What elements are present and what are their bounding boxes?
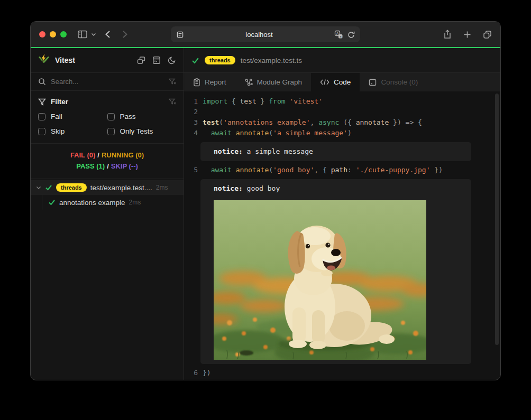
address-bar[interactable]: localhost A a [171,26,360,42]
code-text: await annotate('good boy', { path: './cu… [203,165,443,175]
annotation-image-cute-puppy [214,200,426,360]
line-number: 5 [184,165,198,175]
code-text: }) [203,368,211,378]
annotation-message: good boy [243,184,280,192]
cute-puppy-picture [214,200,426,360]
checkbox-box[interactable] [107,128,115,135]
tab-overview-icon[interactable] [483,30,492,39]
test-tree: threads test/example.test.... 2ms annota… [31,179,184,210]
test-duration: 2ms [129,199,141,206]
code-icon [320,79,329,86]
main-panel: threads test/example.test.ts Report [184,48,500,380]
code-line-3: 3test('annotations example', async ({ an… [184,117,500,128]
running-count: RUNNING (0) [102,151,144,159]
window-controls [39,31,67,38]
test-case-label: annotations example [59,199,125,207]
page-format-icon[interactable] [176,31,184,39]
code-line-1: 1import { test } from 'vitest' [184,96,500,107]
filter-funnel-icon [38,98,46,106]
annotation-notice: notice: good boy [200,179,471,364]
svg-text:A: A [336,32,339,35]
tab-bar: Report Module Graph [184,73,500,91]
zoom-button[interactable] [60,31,67,38]
checkbox-box[interactable] [38,113,45,120]
dashboard-icon[interactable] [152,56,161,64]
annotation-type-label: notice: [214,184,243,192]
pass-check-icon [45,184,52,191]
test-case-row[interactable]: annotations example 2ms [42,195,184,210]
sidebar-toggle-icon[interactable] [77,30,88,39]
skip-count: SKIP (--) [111,162,138,170]
tab-module-graph[interactable]: Module Graph [235,73,312,91]
share-icon[interactable] [443,30,452,39]
reload-icon[interactable] [347,31,355,39]
browser-toolbar: localhost A a [31,22,500,47]
vitest-logo-icon [38,53,50,67]
report-icon [193,78,200,87]
file-path: test/example.test.ts [241,57,302,64]
file-header: threads test/example.test.ts [184,48,500,73]
code-line-6: 6}) [184,368,500,378]
dark-mode-moon-icon[interactable] [168,56,176,64]
search-input[interactable] [51,78,164,86]
tab-report[interactable]: Report [184,73,235,91]
annotation-notice: notice: a simple message [200,142,471,161]
url-text: localhost [184,31,334,39]
search-bar [31,73,184,91]
close-button[interactable] [39,31,45,38]
code-text: await annotate('a simple message') [203,128,352,138]
clear-filter-icon[interactable] [169,98,176,105]
line-number: 3 [184,117,198,128]
filter-checkbox-pass[interactable]: Pass [107,113,177,120]
new-tab-plus-icon[interactable] [463,30,471,39]
filter-panel: Filter Fail Pass [31,91,184,144]
back-button[interactable] [105,30,111,39]
checkbox-box[interactable] [107,113,115,120]
pass-check-icon [191,57,199,64]
code-line-4: 4 await annotate('a simple message') [184,128,500,138]
code-text: import { test } from 'vitest' [203,96,323,107]
pass-count: PASS (1) [76,162,105,170]
line-number: 1 [184,96,198,107]
line-number: 2 [184,107,198,117]
test-file-row[interactable]: threads test/example.test.... 2ms [31,180,184,195]
filter-checkbox-skip[interactable]: Skip [38,127,107,135]
console-icon [369,79,377,86]
tab-code[interactable]: Code [311,73,360,91]
line-number: 4 [184,128,198,138]
code-text: test('annotations example', async ({ ann… [203,117,422,128]
annotation-message: a simple message [243,147,313,155]
sidebar-header: Vitest [31,48,184,73]
line-number: 6 [184,368,198,378]
test-duration: 2ms [156,184,168,191]
forward-button[interactable] [122,30,128,39]
checkbox-box[interactable] [38,128,45,135]
pool-badge: threads [205,56,235,64]
filter-checkbox-fail[interactable]: Fail [38,113,107,120]
module-graph-icon [244,78,253,87]
sidebar-chevron-down-icon[interactable] [91,32,96,36]
code-line-2: 2 [184,107,500,117]
pool-badge: threads [56,183,87,192]
clear-search-filter-icon[interactable] [169,78,176,85]
browser-window: localhost A a [30,21,501,380]
sidebar: Vitest [31,48,184,380]
code-editor: 1import { test } from 'vitest'23test('an… [184,91,500,380]
annotation-type-label: notice: [214,147,243,155]
app-title: Vitest [55,56,75,64]
test-status-summary: FAIL (0)/RUNNING (0) PASS (1)/SKIP (--) [31,144,184,179]
filter-checkbox-only-tests[interactable]: Only Tests [107,127,177,135]
scrollbar-thumb[interactable] [495,94,499,345]
tab-console[interactable]: Console (0) [360,73,427,91]
filter-title: Filter [51,98,68,106]
ungroup-windows-icon[interactable] [137,56,145,64]
chevron-down-icon[interactable] [36,186,41,190]
test-file-label: test/example.test.... [90,184,152,192]
fail-count: FAIL (0) [70,151,95,159]
search-icon [38,78,46,86]
translate-icon[interactable]: A a [334,30,343,39]
minimize-button[interactable] [50,31,56,38]
pass-check-icon [48,199,56,206]
code-line-5: 5 await annotate('good boy', { path: './… [184,165,500,175]
